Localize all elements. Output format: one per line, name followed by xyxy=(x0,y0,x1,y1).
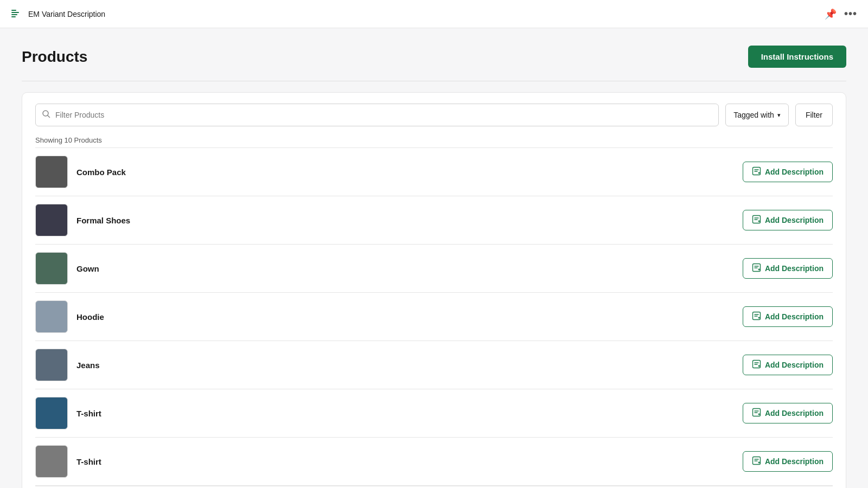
product-info: T-shirt xyxy=(35,397,101,429)
add-description-button[interactable]: Add Description xyxy=(743,162,833,182)
search-wrapper xyxy=(35,104,719,126)
add-description-label: Add Description xyxy=(765,264,824,273)
product-thumbnail xyxy=(35,300,68,333)
product-item: Combo Pack Add Description xyxy=(35,148,833,196)
product-info: Hoodie xyxy=(35,300,104,333)
add-description-icon xyxy=(752,408,761,419)
product-thumbnail xyxy=(35,204,68,236)
add-description-button[interactable]: Add Description xyxy=(743,403,833,423)
add-description-icon xyxy=(752,215,761,226)
page-title: Products xyxy=(22,48,87,66)
product-name: T-shirt xyxy=(76,409,101,418)
product-card: Tagged with ▾ Filter Showing 10 Products… xyxy=(22,92,846,488)
more-options-icon[interactable]: ••• xyxy=(844,8,857,20)
svg-rect-1 xyxy=(11,12,19,13)
tagged-with-label: Tagged with xyxy=(733,111,774,119)
add-description-button[interactable]: Add Description xyxy=(743,451,833,472)
product-name: Combo Pack xyxy=(76,168,126,177)
product-item: T-shirt Add Description xyxy=(35,438,833,486)
page-header: Products Install Instructions xyxy=(22,46,846,68)
add-description-label: Add Description xyxy=(765,312,824,321)
topbar: EM Variant Description 📌 ••• xyxy=(0,0,868,28)
svg-line-5 xyxy=(48,115,50,118)
product-name: Gown xyxy=(76,264,99,273)
filter-row: Tagged with ▾ Filter xyxy=(35,104,833,126)
page-content: Products Install Instructions Tagged wit… xyxy=(0,28,868,488)
product-info: Combo Pack xyxy=(35,156,126,188)
product-info: Formal Shoes xyxy=(35,204,130,236)
topbar-actions: 📌 ••• xyxy=(825,8,857,20)
add-description-label: Add Description xyxy=(765,361,824,369)
install-instructions-button[interactable]: Install Instructions xyxy=(748,46,846,68)
add-description-button[interactable]: Add Description xyxy=(743,210,833,230)
product-info: Gown xyxy=(35,252,99,285)
add-description-label: Add Description xyxy=(765,457,824,466)
product-item: Formal Shoes Add Description xyxy=(35,196,833,245)
product-info: Jeans xyxy=(35,349,100,381)
topbar-left: EM Variant Description xyxy=(11,8,105,20)
product-item: Gown Add Description xyxy=(35,245,833,293)
product-thumbnail xyxy=(35,349,68,381)
add-description-icon xyxy=(752,359,761,370)
product-thumbnail xyxy=(35,156,68,188)
add-description-label: Add Description xyxy=(765,216,824,224)
add-description-button[interactable]: Add Description xyxy=(743,306,833,327)
header-divider xyxy=(22,81,846,81)
pin-icon[interactable]: 📌 xyxy=(825,8,837,20)
add-description-icon xyxy=(752,263,761,274)
product-info: T-shirt xyxy=(35,445,101,478)
svg-rect-0 xyxy=(11,10,16,11)
product-item: Jeans Add Description xyxy=(35,341,833,389)
product-name: Formal Shoes xyxy=(76,216,130,225)
product-name: T-shirt xyxy=(76,457,101,466)
product-thumbnail xyxy=(35,445,68,478)
filter-button[interactable]: Filter xyxy=(795,104,833,126)
add-description-icon xyxy=(752,456,761,467)
product-item-partial: T-shirt xyxy=(35,486,833,488)
add-description-label: Add Description xyxy=(765,168,824,176)
svg-rect-3 xyxy=(11,16,16,17)
product-name: Hoodie xyxy=(76,312,104,322)
add-description-icon xyxy=(752,166,761,177)
chevron-down-icon: ▾ xyxy=(777,112,781,119)
product-thumbnail xyxy=(35,397,68,429)
product-item: T-shirt Add Description xyxy=(35,389,833,438)
app-title: EM Variant Description xyxy=(28,10,105,18)
add-description-label: Add Description xyxy=(765,409,824,418)
product-thumbnail xyxy=(35,252,68,285)
svg-rect-2 xyxy=(11,14,17,15)
search-icon xyxy=(42,110,50,120)
add-description-button[interactable]: Add Description xyxy=(743,258,833,279)
product-list: Combo Pack Add Description F xyxy=(35,147,833,488)
add-description-button[interactable]: Add Description xyxy=(743,355,833,375)
product-name: Jeans xyxy=(76,361,100,370)
product-item: Hoodie Add Description xyxy=(35,293,833,341)
tagged-with-button[interactable]: Tagged with ▾ xyxy=(725,104,789,126)
search-input[interactable] xyxy=(35,104,719,126)
add-description-icon xyxy=(752,311,761,322)
app-logo xyxy=(11,8,23,20)
product-count: Showing 10 Products xyxy=(35,136,833,144)
